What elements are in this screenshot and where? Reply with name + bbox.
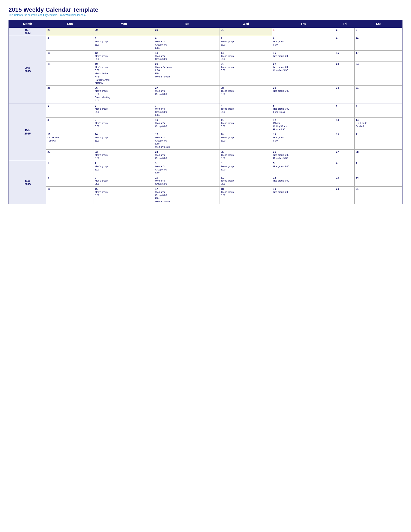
day-number: 6 [336, 162, 338, 165]
day-number: 16 [95, 133, 98, 136]
calendar-cell: 23 [335, 62, 355, 86]
day-number: 3 [155, 162, 157, 165]
day-number: 9 [95, 176, 96, 179]
event-text: kids group 6:00Chamber 5:30 [273, 66, 334, 72]
calendar-cell: 3 [355, 28, 402, 36]
calendar-cell: 20 [335, 132, 355, 149]
event-text: kids group 6:00Chamber 5:30 [273, 153, 334, 160]
calendar-cell: 19 kids group6:00 [272, 132, 335, 149]
event-text: Teens group6:00 [221, 40, 271, 46]
day-number: 16 [95, 188, 98, 190]
calendar-cell: 24 Woman'sGroup 6:00 [154, 150, 220, 161]
calendar-cell: 12 kids group 6:00 [272, 175, 335, 187]
month-cell-2: Feb2015 [9, 103, 46, 161]
calendar-cell: 21 [355, 187, 402, 204]
day-number: 3 [155, 104, 157, 107]
event-text: Woman'sGroup 6:00ElksWoman's club [155, 190, 218, 203]
calendar-cell: 26 kids group 6:00Chamber 5:30 [272, 150, 335, 161]
calendar-cell: 10 [355, 36, 402, 50]
event-text: Teens group6:00 [221, 107, 271, 114]
event-text: Men's group6:00 [95, 136, 153, 142]
calendar-cell: 7 [355, 103, 402, 118]
calendar-cell: 17 [355, 50, 402, 62]
day-number: 17 [155, 188, 158, 190]
calendar-cell: 9 Men's group6:00 [93, 175, 154, 187]
day-number: 31 [356, 86, 358, 89]
calendar-cell: 8 [46, 175, 94, 187]
calendar-cell: 6 [335, 103, 355, 118]
calendar-cell: 14 [355, 175, 402, 187]
calendar-cell: 18 Teens group6:00 [220, 132, 272, 149]
day-number: 10 [356, 37, 358, 40]
day-number: 1 [47, 162, 49, 165]
calendar-cell: 4 Teens group6:00 [220, 161, 272, 175]
event-text: Teens group6:00 [221, 55, 271, 61]
day-number: 29 [95, 28, 98, 31]
calendar-cell: 12 RibbonCutting\OpenHouse 4:30 [272, 118, 335, 132]
day-number: 14 [221, 51, 224, 55]
column-header-sat: Sat [355, 20, 402, 28]
calendar-cell: 20 Woman's Group6:00ElksWoman's club [154, 62, 220, 86]
calendar-cell: 20 [335, 187, 355, 204]
event-text: RibbonCutting\OpenHouse 4:30 [273, 122, 334, 131]
event-text: Old FloridaFestival [47, 136, 93, 142]
calendar-cell: 3 Woman'sGroup 6:00Elks [154, 161, 220, 175]
day-number: 15 [47, 188, 50, 190]
calendar-cell: 23 Men's group6:00 [93, 150, 154, 161]
event-text: Teens group6:00 [221, 122, 271, 128]
event-text: Old FloridaFestival [356, 122, 401, 128]
day-number: 28 [356, 151, 358, 153]
event-text: Teens group6:00 [221, 179, 271, 186]
day-number: 19 [273, 188, 276, 190]
day-number: 17 [155, 133, 158, 136]
calendar-cell: 11 Teens group6:00 [220, 175, 272, 187]
calendar-cell: 3 Woman'sGroup 6:00Elks [154, 103, 220, 118]
calendar-cell: 15 Old FloridaFestival [46, 132, 94, 149]
column-header-mon: Mon [93, 20, 154, 28]
event-text: Men's group6:00 [95, 55, 153, 61]
day-number: 9 [336, 37, 338, 40]
calendar-cell: 1 [272, 28, 335, 36]
calendar-cell: 5 Men's group6:00 [93, 36, 154, 50]
event-text: Woman'sGroup 6:00 [155, 122, 218, 128]
event-text: Woman'sGroup 6:00 [155, 89, 218, 96]
day-number: 7 [356, 104, 357, 107]
calendar-cell: 7 Teens group6:00 [220, 36, 272, 50]
day-number: 21 [356, 188, 358, 190]
day-number: 30 [336, 86, 339, 89]
calendar-cell: 17 Woman'sGroup 6:00ElksWoman's club [154, 187, 220, 204]
day-number: 30 [155, 28, 158, 31]
calendar-cell: 8 [46, 118, 94, 132]
event-text: Men's group6:00 [95, 153, 153, 160]
day-number: 11 [221, 119, 224, 122]
day-number: 4 [221, 104, 222, 107]
day-number: 3 [356, 28, 357, 31]
column-header-thu: Thu [272, 20, 335, 28]
event-text: Men's group6:00Board Meeting6:00 [95, 89, 153, 102]
calendar-cell: 25 [46, 86, 94, 103]
day-number: 18 [47, 63, 50, 66]
calendar-cell: 22 kids group 6:00Chamber 5:30 [272, 62, 335, 86]
day-number: 2 [336, 28, 338, 31]
day-number: 27 [155, 86, 158, 89]
day-number: 12 [273, 119, 276, 122]
event-text: Men's group6:00 [95, 190, 153, 197]
day-number: 20 [336, 188, 339, 190]
event-text: Woman'sGroup 6:00Elks [155, 40, 218, 50]
calendar-cell: 15 [46, 187, 94, 204]
calendar-cell: 13 [335, 118, 355, 132]
column-header-sun: Sun [46, 20, 94, 28]
column-header-fri: Fri [335, 20, 355, 28]
day-number: 27 [336, 151, 339, 153]
calendar-cell: 2 Men's group6:00 [93, 161, 154, 175]
calendar-cell: 24 [355, 62, 402, 86]
day-number: 22 [273, 63, 276, 66]
calendar-cell: 21 [355, 132, 402, 149]
event-text: Woman'sGroup 6:00 [155, 55, 218, 61]
calendar-cell: 14 Teens group6:00 [220, 50, 272, 62]
calendar-cell: 16 [335, 50, 355, 62]
calendar-cell: 8 kids group6:00 [272, 36, 335, 50]
calendar-cell: 19 kids group 6:00 [272, 187, 335, 204]
day-number: 2 [95, 104, 96, 107]
calendar-cell: 2 Men's group6:00 [93, 103, 154, 118]
